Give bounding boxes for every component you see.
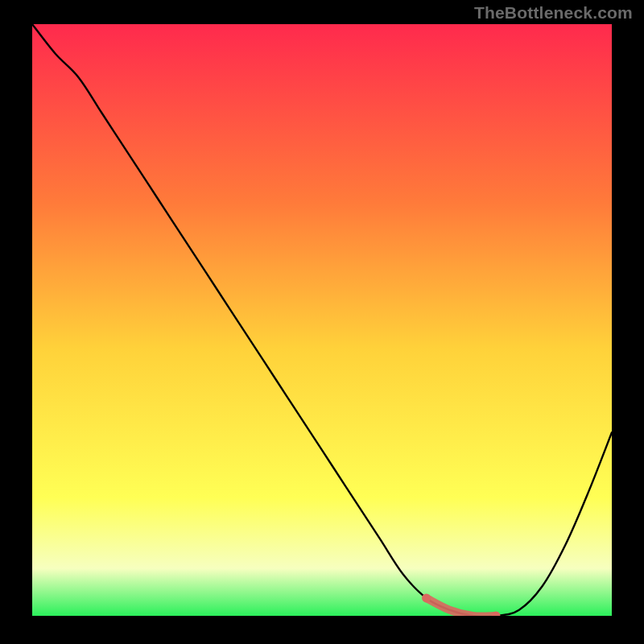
highlight-endpoint bbox=[422, 593, 431, 602]
chart-svg bbox=[32, 24, 612, 616]
chart-background-gradient bbox=[32, 24, 612, 616]
chart-plot bbox=[32, 24, 612, 616]
chart-frame: TheBottleneck.com bbox=[0, 0, 644, 644]
watermark-text: TheBottleneck.com bbox=[474, 3, 633, 23]
